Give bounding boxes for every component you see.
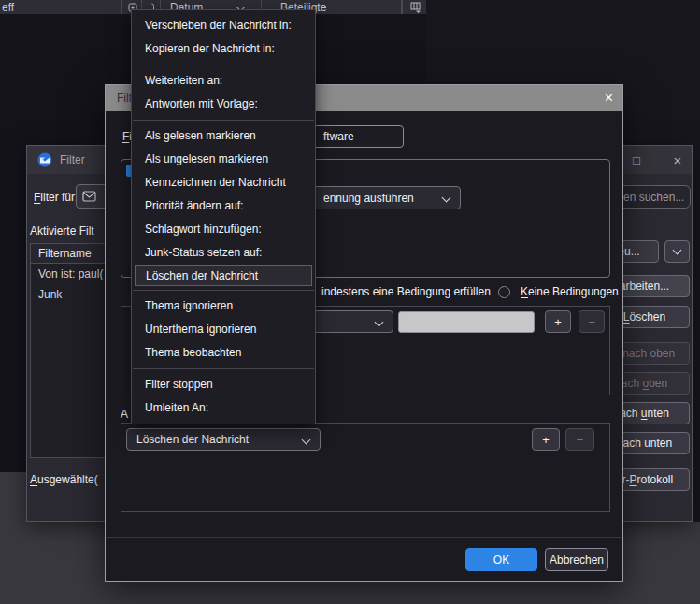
chevron-down-icon — [302, 436, 311, 445]
subject-column-label: eff — [2, 1, 14, 14]
filter-action-menu: Verschieben der Nachricht in: Kopieren d… — [131, 9, 316, 424]
mail-account-icon — [82, 191, 96, 202]
footer-divider — [106, 537, 622, 538]
menu-item[interactable]: Junk-Status setzen auf: — [132, 241, 315, 265]
menu-separator — [133, 120, 314, 121]
chevron-down-icon — [375, 318, 384, 327]
menu-item[interactable]: Priorität ändern auf: — [132, 194, 315, 218]
chevron-down-icon — [673, 246, 682, 255]
new-filter-dropdown-button[interactable] — [664, 240, 690, 263]
menu-item[interactable]: Antworten mit Vorlage: — [132, 93, 315, 116]
menu-item[interactable]: Kopieren der Nachricht in: — [132, 37, 315, 61]
thunderbird-icon — [37, 152, 52, 167]
condition-value-input[interactable] — [398, 311, 535, 333]
dialog-close-button[interactable]: × — [605, 85, 613, 111]
filter-window-title: Filter — [60, 153, 85, 166]
remove-action-button: − — [565, 428, 594, 451]
menu-separator — [133, 368, 314, 369]
column-picker-button[interactable] — [402, 0, 426, 14]
menu-item[interactable]: Kennzeichnen der Nachricht — [132, 171, 315, 194]
maximize-button[interactable]: □ — [628, 146, 645, 174]
match-none-radio[interactable] — [498, 286, 510, 298]
menu-separator — [133, 290, 314, 291]
remove-condition-button: − — [579, 310, 605, 333]
filter-for-label: Filter für: — [34, 191, 78, 204]
action-dropdown[interactable]: Löschen der Nachricht — [126, 428, 321, 451]
dialog-title: Filt — [117, 92, 132, 105]
actions-panel: Löschen der Nachricht + − — [121, 423, 610, 512]
filter-search-placeholder: en suchen... — [623, 191, 684, 204]
menu-item[interactable]: Verschieben der Nachricht in: — [132, 14, 315, 37]
menu-item[interactable]: Als ungelesen markieren — [132, 148, 315, 171]
menu-item[interactable]: Unterthema ignorieren — [132, 318, 315, 341]
menu-item[interactable]: Filter stoppen — [132, 373, 315, 396]
menu-separator — [133, 65, 314, 65]
screen: eff Datum Beteiligte Filter □ × Filter f… — [0, 0, 700, 604]
ok-button[interactable]: OK — [465, 548, 537, 571]
menu-item[interactable]: Thema ignorieren — [132, 295, 315, 318]
actions-label: A — [121, 408, 128, 421]
add-condition-button[interactable]: + — [545, 310, 571, 333]
menu-item[interactable]: Thema beobachten — [132, 341, 315, 365]
add-action-button[interactable]: + — [532, 428, 560, 451]
filter-window-close-button[interactable]: × — [669, 146, 686, 174]
match-any-radio-label[interactable]: indestens eine Bedingung erfüllen — [321, 285, 491, 298]
column-subject[interactable]: eff — [0, 0, 122, 14]
active-filters-label: Aktivierte Filt — [30, 224, 94, 237]
menu-item[interactable]: Schlagwort hinzufügen: — [132, 218, 315, 241]
menu-item[interactable]: Umleiten An: — [132, 396, 315, 420]
selected-filters-label: Ausgewählte( — [30, 473, 98, 486]
match-none-radio-label[interactable]: Keine Bedingungen — [521, 285, 619, 298]
cancel-button[interactable]: Abbrechen — [545, 548, 608, 571]
chevron-down-icon — [442, 194, 451, 203]
menu-item[interactable]: Als gelesen markieren — [132, 124, 315, 148]
column-picker-icon — [410, 2, 421, 13]
menu-item-highlighted[interactable]: Löschen der Nachricht — [135, 265, 312, 286]
menu-item[interactable]: Weiterleiten an: — [132, 69, 315, 93]
